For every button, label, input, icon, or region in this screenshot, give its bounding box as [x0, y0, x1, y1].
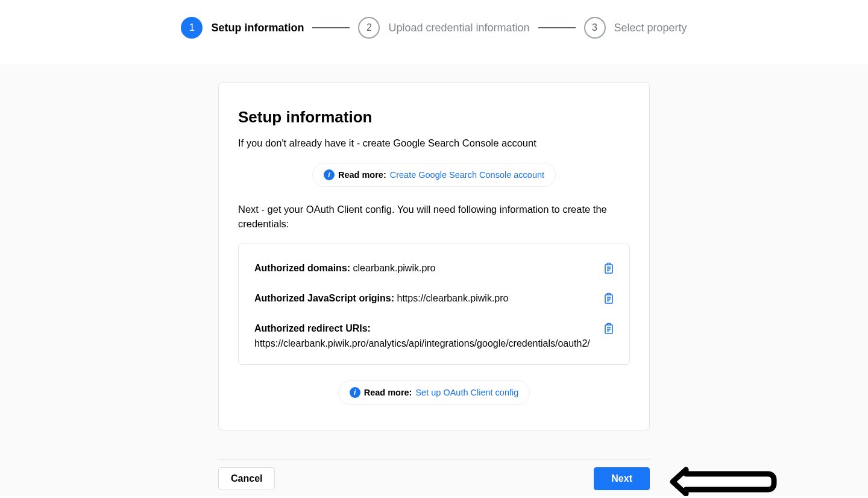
- card-title: Setup information: [238, 108, 630, 127]
- step-1-circle: 1: [181, 17, 203, 39]
- footer-area: Cancel Next: [218, 459, 650, 490]
- readmore-pill-1: i Read more: Create Google Search Consol…: [312, 163, 556, 187]
- step-2-circle: 2: [358, 17, 380, 39]
- readmore-pill-2: i Read more: Set up OAuth Client config: [338, 380, 530, 405]
- step-1-label: Setup information: [211, 22, 304, 34]
- config-value: clearbank.piwik.pro: [353, 263, 436, 273]
- next-button[interactable]: Next: [594, 467, 650, 490]
- config-row-redirect: Authorized redirect URIs: https://clearb…: [254, 321, 614, 351]
- step-3-label: Select property: [614, 22, 687, 34]
- stepper-bar: 1 Setup information 2 Upload credential …: [0, 0, 868, 64]
- info-icon: i: [324, 169, 335, 180]
- step-3[interactable]: 3 Select property: [584, 17, 687, 39]
- step-1[interactable]: 1 Setup information: [181, 17, 304, 39]
- config-row-domains: Authorized domains: clearbank.piwik.pro: [254, 261, 614, 277]
- readmore-link-1[interactable]: Create Google Search Console account: [390, 170, 544, 180]
- config-label: Authorized JavaScript origins:: [254, 293, 394, 303]
- config-row-js-origins: Authorized JavaScript origins: https://c…: [254, 291, 614, 307]
- copy-button-redirect[interactable]: [604, 323, 614, 337]
- page-body: Setup information If you don't already h…: [0, 64, 868, 496]
- copy-button-domains[interactable]: [604, 262, 614, 277]
- config-label: Authorized domains:: [254, 263, 350, 273]
- card-intro: If you don't already have it - create Go…: [238, 136, 630, 151]
- callout-arrow-annotation: [669, 466, 778, 496]
- readmore-link-2[interactable]: Set up OAuth Client config: [415, 388, 518, 397]
- step-connector: [538, 27, 576, 28]
- oauth-intro: Next - get your OAuth Client config. You…: [238, 203, 630, 232]
- step-2-label: Upload credential information: [388, 22, 529, 34]
- clipboard-icon: [604, 292, 614, 304]
- readmore-label: Read more:: [364, 388, 412, 397]
- copy-button-js-origins[interactable]: [604, 292, 614, 307]
- stepper: 1 Setup information 2 Upload credential …: [0, 17, 868, 39]
- config-box: Authorized domains: clearbank.piwik.pro …: [238, 244, 630, 365]
- info-icon: i: [350, 387, 360, 398]
- config-value: https://clearbank.piwik.pro: [397, 293, 509, 303]
- step-connector: [312, 27, 350, 28]
- step-2[interactable]: 2 Upload credential information: [358, 17, 529, 39]
- cancel-button[interactable]: Cancel: [218, 467, 275, 490]
- config-label: Authorized redirect URIs:: [254, 323, 371, 333]
- step-3-circle: 3: [584, 17, 606, 39]
- clipboard-icon: [604, 323, 614, 335]
- clipboard-icon: [604, 262, 614, 274]
- readmore-label: Read more:: [338, 170, 386, 180]
- setup-card: Setup information If you don't already h…: [218, 82, 650, 430]
- config-value: https://clearbank.piwik.pro/analytics/ap…: [254, 338, 590, 348]
